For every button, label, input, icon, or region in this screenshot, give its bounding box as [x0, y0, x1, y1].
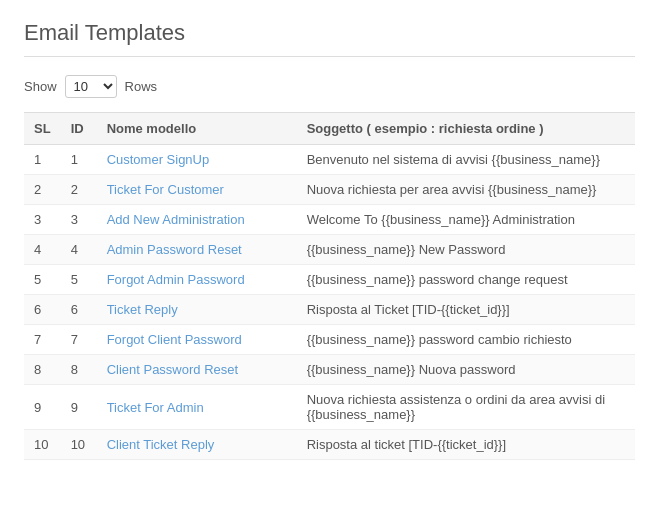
- template-name-link[interactable]: Client Ticket Reply: [107, 437, 215, 452]
- cell-sl: 3: [24, 205, 61, 235]
- template-name-link[interactable]: Admin Password Reset: [107, 242, 242, 257]
- col-header-sl: SL: [24, 113, 61, 145]
- cell-soggetto: {{business_name}} Nuova password: [297, 355, 635, 385]
- show-rows-control: Show 102550100 Rows: [24, 75, 635, 98]
- col-header-nome: Nome modello: [97, 113, 297, 145]
- cell-nome[interactable]: Forgot Client Password: [97, 325, 297, 355]
- cell-sl: 2: [24, 175, 61, 205]
- cell-id: 1: [61, 145, 97, 175]
- cell-sl: 6: [24, 295, 61, 325]
- cell-soggetto: {{business_name}} password change reques…: [297, 265, 635, 295]
- cell-nome[interactable]: Client Ticket Reply: [97, 430, 297, 460]
- show-label: Show: [24, 79, 57, 94]
- cell-soggetto: Welcome To {{business_name}} Administrat…: [297, 205, 635, 235]
- rows-label: Rows: [125, 79, 158, 94]
- rows-per-page-select[interactable]: 102550100: [65, 75, 117, 98]
- cell-id: 6: [61, 295, 97, 325]
- table-row: 77Forgot Client Password{{business_name}…: [24, 325, 635, 355]
- cell-soggetto: {{business_name}} New Password: [297, 235, 635, 265]
- cell-nome[interactable]: Ticket For Admin: [97, 385, 297, 430]
- cell-sl: 1: [24, 145, 61, 175]
- template-name-link[interactable]: Forgot Client Password: [107, 332, 242, 347]
- cell-nome[interactable]: Admin Password Reset: [97, 235, 297, 265]
- cell-soggetto: Risposta al ticket [TID-{{ticket_id}}]: [297, 430, 635, 460]
- cell-sl: 7: [24, 325, 61, 355]
- template-name-link[interactable]: Ticket Reply: [107, 302, 178, 317]
- cell-id: 4: [61, 235, 97, 265]
- template-name-link[interactable]: Ticket For Customer: [107, 182, 224, 197]
- template-name-link[interactable]: Client Password Reset: [107, 362, 239, 377]
- cell-soggetto: Benvenuto nel sistema di avvisi {{busine…: [297, 145, 635, 175]
- cell-id: 2: [61, 175, 97, 205]
- cell-nome[interactable]: Ticket Reply: [97, 295, 297, 325]
- cell-sl: 8: [24, 355, 61, 385]
- cell-nome[interactable]: Customer SignUp: [97, 145, 297, 175]
- cell-soggetto: Risposta al Ticket [TID-{{ticket_id}}]: [297, 295, 635, 325]
- table-header-row: SL ID Nome modello Soggetto ( esempio : …: [24, 113, 635, 145]
- cell-soggetto: Nuova richiesta per area avvisi {{busine…: [297, 175, 635, 205]
- title-divider: [24, 56, 635, 57]
- table-row: 99Ticket For AdminNuova richiesta assist…: [24, 385, 635, 430]
- email-templates-table: SL ID Nome modello Soggetto ( esempio : …: [24, 112, 635, 460]
- cell-id: 5: [61, 265, 97, 295]
- col-header-soggetto: Soggetto ( esempio : richiesta ordine ): [297, 113, 635, 145]
- cell-id: 9: [61, 385, 97, 430]
- cell-id: 8: [61, 355, 97, 385]
- table-row: 66Ticket ReplyRisposta al Ticket [TID-{{…: [24, 295, 635, 325]
- table-row: 33Add New AdministrationWelcome To {{bus…: [24, 205, 635, 235]
- page-title: Email Templates: [24, 20, 635, 46]
- table-row: 88Client Password Reset{{business_name}}…: [24, 355, 635, 385]
- template-name-link[interactable]: Ticket For Admin: [107, 400, 204, 415]
- table-row: 22Ticket For CustomerNuova richiesta per…: [24, 175, 635, 205]
- cell-nome[interactable]: Forgot Admin Password: [97, 265, 297, 295]
- table-row: 11Customer SignUpBenvenuto nel sistema d…: [24, 145, 635, 175]
- cell-soggetto: Nuova richiesta assistenza o ordini da a…: [297, 385, 635, 430]
- cell-nome[interactable]: Client Password Reset: [97, 355, 297, 385]
- table-row: 44Admin Password Reset{{business_name}} …: [24, 235, 635, 265]
- template-name-link[interactable]: Customer SignUp: [107, 152, 210, 167]
- template-name-link[interactable]: Add New Administration: [107, 212, 245, 227]
- cell-id: 3: [61, 205, 97, 235]
- col-header-id: ID: [61, 113, 97, 145]
- cell-nome[interactable]: Ticket For Customer: [97, 175, 297, 205]
- template-name-link[interactable]: Forgot Admin Password: [107, 272, 245, 287]
- table-row: 55Forgot Admin Password{{business_name}}…: [24, 265, 635, 295]
- cell-sl: 9: [24, 385, 61, 430]
- cell-sl: 10: [24, 430, 61, 460]
- cell-sl: 4: [24, 235, 61, 265]
- cell-sl: 5: [24, 265, 61, 295]
- cell-soggetto: {{business_name}} password cambio richie…: [297, 325, 635, 355]
- cell-id: 7: [61, 325, 97, 355]
- cell-nome[interactable]: Add New Administration: [97, 205, 297, 235]
- cell-id: 10: [61, 430, 97, 460]
- table-row: 1010Client Ticket ReplyRisposta al ticke…: [24, 430, 635, 460]
